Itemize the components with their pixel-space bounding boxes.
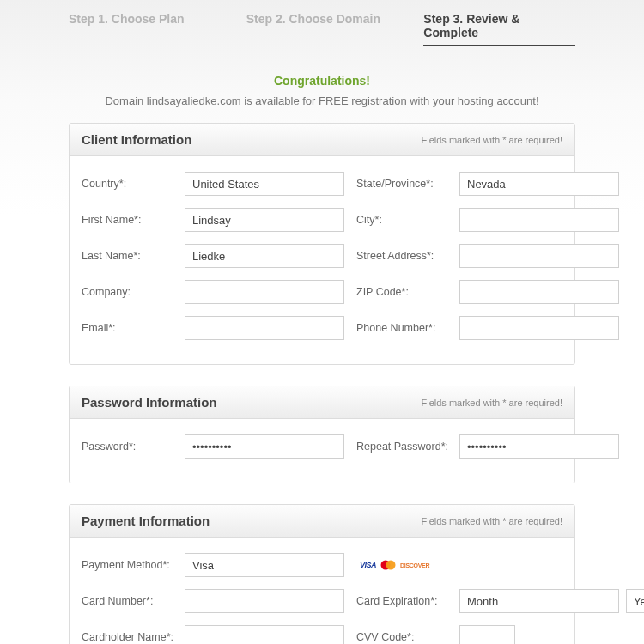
step-2[interactable]: Step 2. Choose Domain [246, 12, 398, 46]
city-input[interactable] [459, 208, 619, 232]
card-logos: VISA DISCOVER [360, 559, 429, 571]
payment-panel: Payment Information Fields marked with *… [69, 504, 575, 644]
step-indicator: Step 1. Choose Plan Step 2. Choose Domai… [0, 0, 644, 55]
visa-icon: VISA [360, 559, 376, 571]
required-note: Fields marked with * are required! [422, 516, 562, 526]
card-number-input[interactable] [185, 589, 344, 613]
password-panel: Password Information Fields marked with … [69, 386, 575, 483]
client-info-panel: Client Information Fields marked with * … [69, 123, 575, 365]
country-select[interactable] [185, 172, 344, 196]
step-1[interactable]: Step 1. Choose Plan [69, 12, 221, 46]
payment-method-label: Payment Method*: [82, 559, 185, 571]
cvv-label: CVV Code*: [356, 631, 459, 643]
zip-label: ZIP Code*: [356, 286, 459, 298]
first-name-input[interactable] [185, 208, 344, 232]
password-input[interactable] [185, 434, 344, 459]
cardholder-label: Cardholder Name*: [82, 631, 185, 643]
state-label: State/Province*: [356, 178, 459, 190]
password-label: Password*: [82, 440, 185, 453]
step-3[interactable]: Step 3. Review & Complete [423, 12, 575, 46]
company-input[interactable] [185, 280, 344, 304]
zip-input[interactable] [459, 280, 619, 304]
first-name-label: First Name*: [82, 214, 185, 226]
phone-label: Phone Number*: [356, 322, 459, 334]
phone-input[interactable] [459, 316, 619, 340]
city-label: City*: [356, 214, 459, 226]
payment-method-select[interactable] [185, 553, 344, 577]
exp-month-select[interactable] [459, 589, 619, 613]
last-name-label: Last Name*: [82, 250, 185, 262]
repeat-password-label: Repeat Password*: [356, 440, 459, 453]
card-number-label: Card Number*: [82, 595, 185, 607]
last-name-input[interactable] [185, 244, 344, 268]
svg-point-1 [386, 561, 396, 570]
required-note: Fields marked with * are required! [422, 135, 562, 145]
client-info-title: Client Information [82, 132, 191, 147]
country-label: Country*: [82, 178, 185, 190]
state-select[interactable] [459, 172, 619, 196]
company-label: Company: [82, 286, 185, 298]
cardholder-input[interactable] [185, 625, 344, 644]
email-input[interactable] [185, 316, 344, 340]
email-label: Email*: [82, 322, 185, 334]
discover-icon: DISCOVER [400, 559, 429, 571]
repeat-password-input[interactable] [459, 434, 619, 459]
domain-availability-text: Domain lindsayaliedke.com is available f… [0, 94, 644, 107]
street-label: Street Address*: [356, 250, 459, 262]
cvv-input[interactable] [459, 625, 515, 644]
required-note: Fields marked with * are required! [422, 398, 562, 408]
congrats-heading: Congratulations! [0, 74, 644, 88]
mastercard-icon [380, 559, 397, 571]
street-input[interactable] [459, 244, 619, 268]
exp-year-select[interactable] [626, 589, 644, 613]
card-expiration-label: Card Expiration*: [356, 595, 459, 607]
password-title: Password Information [82, 395, 217, 410]
payment-title: Payment Information [82, 513, 210, 528]
